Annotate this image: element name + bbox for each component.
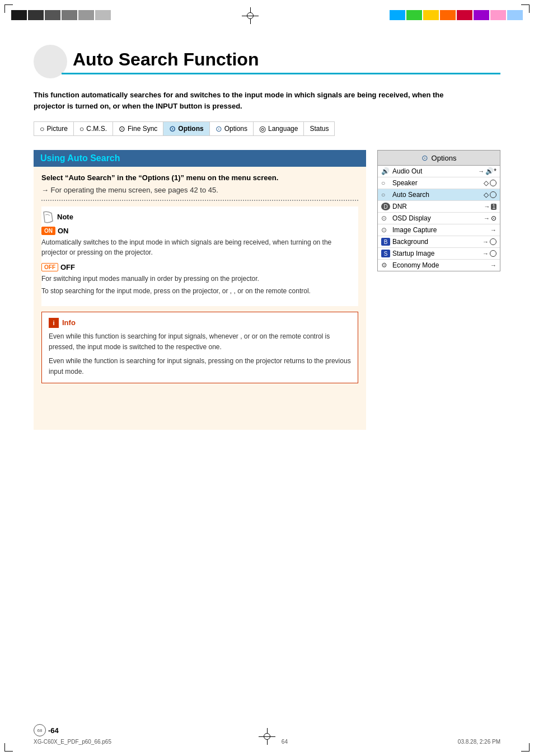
picture-icon: ○: [40, 124, 44, 133]
economy-icon: ⚙: [381, 261, 390, 269]
menu-label-cms: C.M.S.: [86, 125, 107, 133]
info-box: i Info Even while this function is searc…: [41, 312, 358, 384]
speaker-value: ◇: [469, 179, 496, 187]
imagecapture-text: Image Capture: [392, 226, 437, 234]
note-header: Note: [41, 211, 358, 223]
menu-item-language[interactable]: ◎ Language: [254, 122, 304, 135]
right-column: ⊙ Options 🔊 Audio Out: [377, 150, 500, 271]
osd-value: → ⊙: [469, 214, 496, 222]
menu-item-finesync[interactable]: ⊙ Fine Sync: [113, 122, 163, 135]
info-icon: i: [49, 318, 59, 328]
info-label: Info: [62, 318, 76, 327]
footer-date: 03.8.28, 2:26 PM: [458, 739, 500, 745]
off-body-text2: To stop searching for the input mode, pr…: [41, 286, 358, 296]
menu-label-status: Status: [310, 125, 329, 133]
options-panel: ⊙ Options 🔊 Audio Out: [377, 150, 500, 271]
background-label: B Background: [381, 238, 462, 246]
autosearch-text: Auto Search: [392, 191, 429, 199]
dotted-separator: [41, 200, 358, 201]
osd-icon: ⊙: [381, 214, 390, 222]
footer-page-num: 64: [282, 739, 288, 745]
autosearch-value: ◇: [469, 191, 496, 199]
audio-icon: 🔊: [381, 167, 390, 175]
left-column: Using Auto Search Select “Auto Search” i…: [34, 150, 366, 430]
startup-value: →: [469, 250, 496, 257]
cms-icon: ○: [79, 124, 84, 133]
crosshair-bottom: [259, 725, 275, 745]
dnr-value: → 1: [469, 203, 496, 210]
menu-label-finesync: Fine Sync: [128, 125, 157, 133]
arrow-instruction-text: → For operating the menu screen, see pag…: [41, 186, 218, 194]
menu-label-options2: Options: [224, 125, 247, 133]
menu-item-options1[interactable]: ⊙ Options: [163, 122, 209, 135]
menu-bar: ○ Picture ○ C.M.S. ⊙ Fine Sync ⊙ Options…: [34, 121, 335, 136]
info-text1: Even while this function is searching fo…: [49, 331, 351, 353]
options-row-startup: S Startup Image →: [378, 248, 500, 260]
off-label: OFF: [60, 263, 75, 271]
arrow-instruction: → For operating the menu screen, see pag…: [41, 186, 358, 194]
menu-item-options2[interactable]: ⊙ Options: [210, 122, 254, 135]
background-circle: [490, 238, 496, 245]
title-area: Auto Search Function: [34, 45, 500, 78]
on-title: ON ON: [41, 227, 358, 235]
color-bar-right: [390, 10, 523, 20]
section-title: Using Auto Search: [40, 153, 120, 163]
dnr-text: DNR: [392, 203, 407, 210]
imagecapture-label: ⊙ Image Capture: [381, 226, 462, 234]
options-panel-title: Options: [432, 154, 457, 162]
color-bar-left: [11, 10, 111, 20]
speaker-icon: ○: [381, 179, 390, 187]
off-section: OFF OFF For switching input modes manual…: [41, 263, 358, 296]
imagecapture-value: →: [469, 227, 496, 233]
page-title: Auto Search Function: [62, 49, 500, 74]
page-number-area: 68 -64: [34, 724, 59, 736]
on-body-text: Automatically switches to the input mode…: [41, 237, 358, 257]
imagecapture-icon: ⊙: [381, 226, 390, 234]
dnr-icon: D: [381, 203, 390, 210]
options-row-imagecapture: ⊙ Image Capture →: [378, 224, 500, 236]
note-label: Note: [57, 213, 73, 221]
on-label: ON: [58, 227, 69, 235]
economy-value: →: [469, 262, 496, 269]
speaker-text: Speaker: [392, 179, 418, 187]
footer-file: XG-C60X_E_PDF_p60_66.p65: [34, 739, 111, 745]
audio-value: → 🔊*: [469, 167, 496, 175]
background-text: Background: [392, 238, 428, 246]
page-description: This function automatically searches for…: [34, 90, 453, 111]
autosearch-circle: [490, 191, 496, 198]
dnr-label: D DNR: [381, 203, 462, 210]
corner-mark-br: [521, 743, 530, 752]
background-value: →: [469, 238, 496, 245]
note-box: Note ON ON Automatically switches to the…: [41, 206, 358, 306]
options-row-economy: ⚙ Economy Mode →: [378, 260, 500, 271]
speaker-circle: [490, 180, 496, 186]
options2-icon: ⊙: [216, 124, 222, 133]
options-row-speaker: ○ Speaker ◇: [378, 177, 500, 189]
options-row-background: B Background →: [378, 236, 500, 248]
info-header: i Info: [49, 318, 351, 328]
info-text2: Even while the function is searching for…: [49, 356, 351, 377]
section-body: Select “Auto Search” in the “Options (1)…: [34, 167, 366, 389]
page-circle-icon: 68: [34, 724, 46, 736]
menu-label-options1: Options: [178, 125, 203, 133]
on-badge: ON: [41, 227, 55, 235]
menu-item-status[interactable]: Status: [304, 122, 334, 135]
startup-circle: [490, 250, 496, 257]
finesync-icon: ⊙: [119, 124, 125, 133]
menu-item-picture[interactable]: ○ Picture: [34, 122, 74, 135]
autosearch-icon: ○: [381, 191, 390, 199]
menu-item-cms[interactable]: ○ C.M.S.: [74, 122, 113, 135]
startup-icon: S: [381, 250, 390, 257]
autosearch-label: ○ Auto Search: [381, 191, 462, 199]
economy-label: ⚙ Economy Mode: [381, 261, 462, 269]
economy-text: Economy Mode: [392, 261, 439, 269]
on-section: ON ON Automatically switches to the inpu…: [41, 227, 358, 257]
print-marks-top: [0, 0, 534, 39]
options1-icon: ⊙: [169, 124, 176, 133]
options-row-audio: 🔊 Audio Out → 🔊*: [378, 166, 500, 177]
menu-label-language: Language: [268, 125, 298, 133]
select-instruction: Select “Auto Search” in the “Options (1)…: [41, 172, 358, 184]
audio-label: 🔊 Audio Out: [381, 167, 462, 175]
options-row-autosearch: ○ Auto Search ◇: [378, 189, 500, 201]
options-row-dnr: D DNR → 1: [378, 201, 500, 213]
